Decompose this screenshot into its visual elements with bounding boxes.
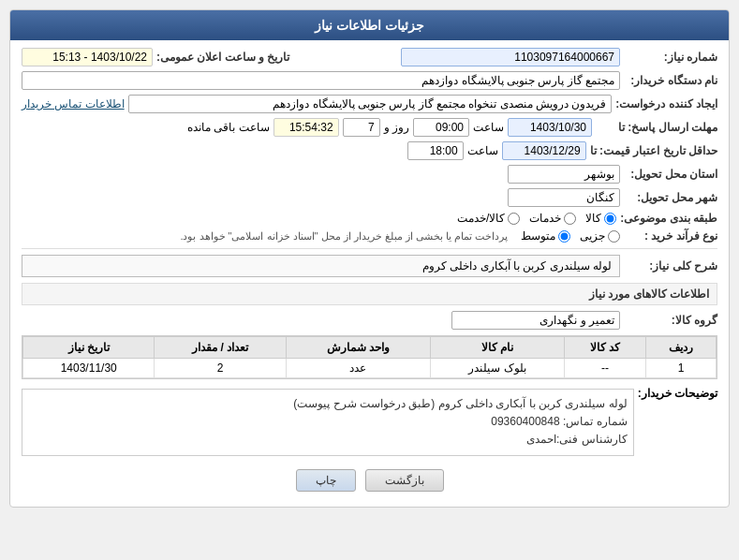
grohe-kala-label: گروه کالا: [624, 314, 717, 327]
touzih-box: لوله سیلندری کربن با آبکاری داخلی کروم (… [22, 389, 634, 456]
etelaat-tamas-link[interactable]: اطلاعات تماس خریدار [22, 97, 125, 111]
table-header: ردیف کد کالا نام کالا واحد شمارش تعداد /… [23, 337, 717, 359]
row-shahr: شهر محل تحویل: کنگان [22, 188, 717, 207]
radio-item-jozyi[interactable]: جزیی [580, 229, 620, 243]
touzih-row: توضیحات خریدار: لوله سیلندری کربن با آبک… [22, 385, 717, 460]
cell-vahed: عدد [286, 359, 430, 378]
row-nam-dastgah: نام دستگاه خریدار: مجتمع گاز پارس جنوبی … [22, 71, 717, 90]
page-container: جزئیات اطلاعات نیاز شماره نیاز: 11030971… [9, 9, 730, 508]
radio-jozyi[interactable] [608, 230, 620, 243]
nam-dastgah-value: مجتمع گاز پارس جنوبی پالایشگاه دوازدهم [22, 71, 620, 90]
saat-label-1: ساعت [473, 121, 504, 134]
baqi-label: ساعت باقی مانده [187, 121, 270, 134]
radio-kala-khadamat-label: کالا/خدمت [457, 212, 505, 225]
row-hadaghal: حداقل تاریخ اعتبار قیمت: تا 1403/12/29 س… [22, 141, 717, 160]
grohe-kala-value: تعمیر و نگهداری [451, 311, 620, 330]
mohlat-label: مهلت ارسال پاسخ: تا [596, 121, 717, 134]
kala-table: ردیف کد کالا نام کالا واحد شمارش تعداد /… [22, 336, 717, 378]
radio-motevaset[interactable] [558, 230, 570, 243]
back-button[interactable]: بازگشت [365, 469, 444, 492]
radio-kala-label: کالا [585, 212, 601, 225]
shahr-value: کنگان [508, 188, 620, 207]
content-area: شماره نیاز: 1103097164000667 تاریخ و ساع… [10, 40, 729, 507]
etelaat-kala-title: اطلاعات کالاهای مورد نیاز [22, 283, 717, 305]
mohlat-saat: 09:00 [413, 118, 469, 137]
rooz-label: روز و [384, 121, 409, 134]
divider-1 [22, 248, 717, 249]
nooe-farand-label: نوع فرآند خرید : [624, 229, 717, 243]
row-grohe-kala: گروه کالا: تعمیر و نگهداری [22, 311, 717, 330]
cell-nam-kala: بلوک سیلندر [431, 359, 565, 378]
row-ostan: استان محل تحویل: بوشهر [22, 165, 717, 184]
ostan-label: استان محل تحویل: [624, 168, 717, 181]
col-vahed: واحد شمارش [286, 337, 430, 359]
table-body: 1 -- بلوک سیلندر عدد 2 1403/11/30 [23, 359, 717, 378]
row-mohlat: مهلت ارسال پاسخ: تا 1403/10/30 ساعت 09:0… [22, 118, 717, 137]
radio-kala-khadamat[interactable] [508, 213, 520, 225]
radio-motevaset-label: متوسط [521, 229, 555, 243]
col-radif: ردیف [646, 337, 717, 359]
touzih-line3: کارشناس فنی:احمدی [28, 431, 628, 449]
row-sharh-koli: شرح کلی نیاز: لوله سیلندری کربن با آبکار… [22, 255, 717, 277]
saat-label-2: ساعت [467, 144, 498, 157]
radio-kala[interactable] [604, 213, 616, 225]
col-tarikh: تاریخ نیاز [23, 337, 155, 359]
sharh-koli-label: شرح کلی نیاز: [624, 259, 717, 273]
hadaghal-date: 1403/12/29 [502, 141, 586, 160]
radio-item-motevaset[interactable]: متوسط [521, 229, 570, 243]
shahr-label: شهر محل تحویل: [624, 191, 717, 204]
page-title: جزئیات اطلاعات نیاز [315, 18, 424, 33]
kala-table-container: ردیف کد کالا نام کالا واحد شمارش تعداد /… [22, 335, 717, 379]
ostan-value: بوشهر [508, 165, 620, 184]
touzih-line1: لوله سیلندری کربن با آبکاری داخلی کروم (… [28, 395, 628, 413]
tabaghe-radio-group: کالا خدمات کالا/خدمت [457, 212, 616, 225]
nam-dastgah-label: نام دستگاه خریدار: [624, 74, 717, 87]
cell-kod-kala: -- [564, 359, 645, 378]
page-header: جزئیات اطلاعات نیاز [10, 10, 729, 40]
table-row: 1 -- بلوک سیلندر عدد 2 1403/11/30 [23, 359, 717, 378]
touzih-label: توضیحات خریدار: [638, 385, 717, 460]
radio-item-khadamat[interactable]: خدمات [529, 212, 576, 225]
print-button[interactable]: چاپ [296, 469, 356, 492]
ijad-konande-label: ایجاد کننده درخواست: [615, 97, 717, 111]
tarikho-saat-value: 1403/10/22 - 15:13 [22, 48, 153, 66]
radio-item-kala-khadamat[interactable]: کالا/خدمت [457, 212, 520, 225]
note-text: پرداخت تمام یا بخشی از مبلغ خریدار از مح… [180, 230, 508, 243]
hadaghal-saat: 18:00 [407, 141, 464, 160]
touzih-line2: شماره تماس: 09360400848 [28, 413, 628, 431]
radio-jozyi-label: جزیی [580, 229, 605, 243]
col-nam-kala: نام کالا [431, 337, 565, 359]
row-ijad-konande: ایجاد کننده درخواست: فریدون درویش منصدی … [22, 95, 717, 113]
button-row: بازگشت چاپ [22, 469, 717, 499]
cell-radif: 1 [646, 359, 717, 378]
shomare-niaz-label: شماره نیاز: [624, 51, 717, 64]
hadaghal-label: حداقل تاریخ اعتبار قیمت: تا [590, 144, 717, 157]
row-tabaghe: طبقه بندی موضوعی: کالا خدمات کالا/خدمت [22, 212, 717, 225]
col-tedad: تعداد / مقدار [155, 337, 286, 359]
mohlat-rooz: 7 [343, 118, 380, 137]
tabaghe-label: طبقه بندی موضوعی: [620, 212, 717, 225]
mohlat-baqi: 15:54:32 [273, 118, 339, 137]
radio-item-kala[interactable]: کالا [585, 212, 616, 225]
cell-tedad: 2 [155, 359, 286, 378]
radio-khadamat-label: خدمات [529, 212, 561, 225]
ijad-konande-value: فریدون درویش منصدی تنخواه مجتمع گاز پارس… [128, 95, 613, 113]
table-header-row: ردیف کد کالا نام کالا واحد شمارش تعداد /… [23, 337, 717, 359]
cell-tarikh: 1403/11/30 [23, 359, 155, 378]
radio-khadamat[interactable] [564, 213, 576, 225]
sharh-koli-value: لوله سیلندری کربن با آبکاری داخلی کروم [22, 255, 620, 277]
mohlat-date: 1403/10/30 [508, 118, 592, 137]
shomare-niaz-value: 1103097164000667 [401, 48, 620, 66]
row-nooe-farand: نوع فرآند خرید : جزیی متوسط پرداخت تمام … [22, 229, 717, 243]
tarikho-saat-label: تاریخ و ساعت اعلان عمومی: [156, 51, 289, 64]
row-shomare-tarikho: شماره نیاز: 1103097164000667 تاریخ و ساع… [22, 48, 717, 66]
col-kod-kala: کد کالا [564, 337, 645, 359]
farand-radio-group: جزیی متوسط [521, 229, 620, 243]
